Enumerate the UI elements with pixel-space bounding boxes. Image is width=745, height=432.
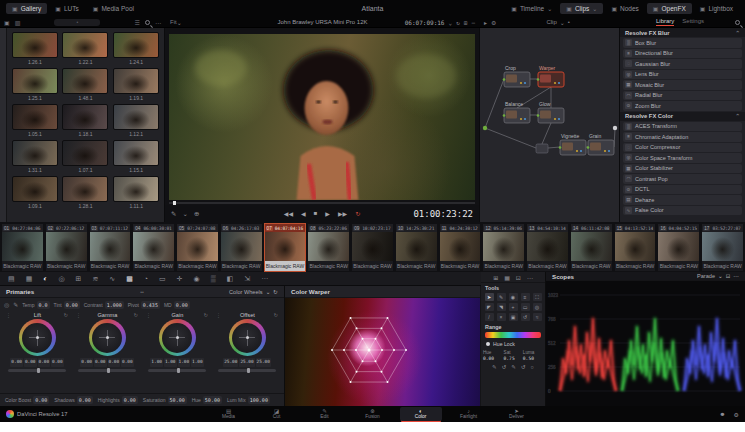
color-match-icon[interactable]: ▦	[26, 275, 33, 283]
timeline-clip[interactable]: 1205:14:39:06Blackmagic RAW	[482, 223, 525, 272]
fx-item[interactable]: ◎Color Space Transform	[623, 153, 742, 163]
warper-tool-icon[interactable]: ▣	[509, 313, 518, 321]
wheel-value[interactable]: 1.00	[164, 358, 177, 367]
album-icon[interactable]: ▥	[15, 19, 21, 26]
warper-tool-icon[interactable]: ◎	[533, 303, 542, 311]
warper-tool-icon[interactable]: ▭	[521, 303, 530, 311]
motion-effects-icon[interactable]: ≋	[92, 275, 98, 283]
gallery-search-icon[interactable]	[145, 20, 150, 25]
next-clip-button[interactable]: ▶▶	[338, 210, 347, 217]
page-button-edit[interactable]: ✎Edit	[304, 407, 346, 421]
video-frame[interactable]	[169, 34, 475, 200]
adjustment-value[interactable]: 1.000	[105, 301, 124, 309]
fx-item[interactable]: ◌Color Compressor	[623, 143, 742, 153]
wheel-reset-icon[interactable]: ↻	[64, 312, 68, 318]
page-button-color[interactable]: ◐Color	[400, 407, 442, 421]
wheel-value[interactable]: 1.00	[191, 358, 204, 367]
adjustment-value[interactable]: 0.435	[141, 301, 160, 309]
fx-item[interactable]: ▦Color Stabilizer	[623, 164, 742, 174]
gallery-more-icon[interactable]: ⋯	[155, 19, 161, 26]
loop-button[interactable]: ↻	[355, 210, 360, 217]
fit-view-icon[interactable]: ⊡	[516, 274, 521, 281]
fx-section-header[interactable]: Resolve FX Blur⌃	[620, 28, 745, 37]
blur-icon[interactable]: ▒	[211, 275, 216, 282]
warper-tool-icon[interactable]: ◥	[497, 303, 506, 311]
more-icon[interactable]: ⋯	[261, 275, 268, 283]
timeline-clip[interactable]: 1703:52:27:07Blackmagic RAW	[701, 223, 744, 272]
scope-more-icon[interactable]: ⋯	[733, 273, 739, 279]
graph-node-glow[interactable]: Glow	[537, 101, 564, 123]
timeline-clip[interactable]: 0207:22:06:12Blackmagic RAW	[45, 223, 88, 272]
hdr-wheels-icon[interactable]: ◎	[58, 275, 64, 283]
gallery-still[interactable]: 1.12.1	[112, 104, 160, 138]
wheel-value[interactable]: 1.00	[150, 358, 163, 367]
value-number[interactable]: 0.50	[523, 356, 534, 361]
list-view-icon[interactable]: ☰	[135, 19, 140, 26]
gallery-still[interactable]: 1.22.1	[62, 32, 110, 66]
graph-node-grain[interactable]: Grain	[587, 133, 614, 155]
footer-value[interactable]: 50.00	[203, 396, 222, 404]
node-mode-chevron-icon[interactable]: ⌄	[560, 19, 565, 26]
mesh-view-icon[interactable]: ⊞	[493, 274, 498, 281]
panel-toggle-luts[interactable]: ▣LUTs	[49, 3, 84, 14]
hue-lock-radio[interactable]	[486, 342, 490, 346]
wheel-value[interactable]: 0.00	[80, 358, 93, 367]
fx-item[interactable]: ◎Lens Blur	[623, 70, 742, 80]
step-back-button[interactable]: ◀	[301, 210, 306, 217]
gallery-still[interactable]: 1.07.1	[62, 140, 110, 174]
fx-item[interactable]: ⊙DCTL	[623, 185, 742, 195]
wheel-menu-icon[interactable]: ⋮	[6, 312, 11, 318]
gallery-still[interactable]: 1.18.1	[62, 104, 110, 138]
scope-expand-icon[interactable]: ⊡	[726, 273, 731, 279]
graph-node-balance[interactable]: Balance	[503, 101, 530, 123]
gallery-still[interactable]: 1.05.1	[11, 104, 59, 138]
footer-value[interactable]: 0.00	[77, 396, 93, 404]
warper-tool-icon[interactable]: ≡	[521, 293, 530, 301]
timeline-clip[interactable]: 1406:11:42:08Blackmagic RAW	[570, 223, 613, 272]
parade-scope[interactable]: 10237685122560	[546, 281, 745, 406]
fx-item[interactable]: ▦Mosaic Blur	[623, 80, 742, 90]
stop-button[interactable]: ■	[314, 210, 318, 217]
wheel-reset-icon[interactable]: ↻	[274, 312, 278, 318]
adjustment-value[interactable]: 0.00	[174, 301, 190, 309]
timeline-clip[interactable]: 0307:07:11:12Blackmagic RAW	[89, 223, 132, 272]
warper-tool-icon[interactable]: +	[509, 303, 518, 311]
timeline-clip[interactable]: 0604:26:17:03Blackmagic RAW	[220, 223, 263, 272]
picker-icon[interactable]: ✎	[13, 301, 18, 308]
fx-item[interactable]: ◠Radial Blur	[623, 91, 742, 101]
graph-node-warper[interactable]: Warper	[537, 65, 564, 87]
wheel-reset-icon[interactable]: ↻	[134, 312, 138, 318]
viewer-scrub-bar[interactable]	[169, 202, 475, 204]
gallery-still[interactable]: 1.11.1	[112, 176, 160, 210]
wheel-value[interactable]: 0.00	[108, 358, 121, 367]
fx-item[interactable]: ◌Gaussian Blur	[623, 59, 742, 69]
warper-tool-icon[interactable]: ◉	[509, 293, 518, 301]
timeline-clip[interactable]: 0704:07:04:16Blackmagic RAW	[264, 223, 307, 272]
panel-toggle-openfx[interactable]: ▣OpenFX	[647, 3, 692, 14]
panel-toggle-lightbox[interactable]: ▣Lightbox	[694, 3, 739, 14]
fx-tab-settings[interactable]: Settings	[682, 18, 704, 26]
wheel-value[interactable]: 1.00	[178, 358, 191, 367]
timeline-clip[interactable]: 0805:23:22:06Blackmagic RAW	[307, 223, 350, 272]
picker-a-icon[interactable]: ✎	[492, 364, 497, 370]
picker-d-icon[interactable]: ↺	[521, 364, 526, 370]
camera-raw-icon[interactable]: ▤	[8, 275, 15, 283]
color-warper-icon[interactable]: ▩	[126, 275, 133, 283]
adjustment-value[interactable]: 0.0	[37, 301, 50, 309]
auto-balance-icon[interactable]: ◎	[4, 301, 9, 308]
hue-range-spectrum[interactable]	[485, 332, 541, 338]
gallery-still[interactable]: 1.19.1	[112, 68, 160, 102]
fx-item[interactable]: ⊙Zoom Blur	[623, 101, 742, 111]
warper-tool-icon[interactable]: ✎	[497, 293, 506, 301]
warper-tool-icon[interactable]: /	[485, 313, 494, 321]
grid-size-icon[interactable]: ▦	[504, 274, 510, 281]
gallery-still[interactable]: 1.15.1	[112, 140, 160, 174]
fx-item[interactable]: ▤Dehaze	[623, 195, 742, 205]
wheel-value[interactable]: 25.00	[223, 358, 238, 367]
wheel-control[interactable]	[229, 319, 266, 356]
step-forward-button[interactable]: ▶	[325, 210, 330, 217]
rgb-mixer-icon[interactable]: ⊞	[76, 275, 82, 283]
wheel-value[interactable]: 0.00	[38, 358, 51, 367]
panel-toggle-gallery[interactable]: ▣Gallery	[6, 3, 47, 14]
qualifier-icon[interactable]: ◔	[144, 275, 148, 282]
